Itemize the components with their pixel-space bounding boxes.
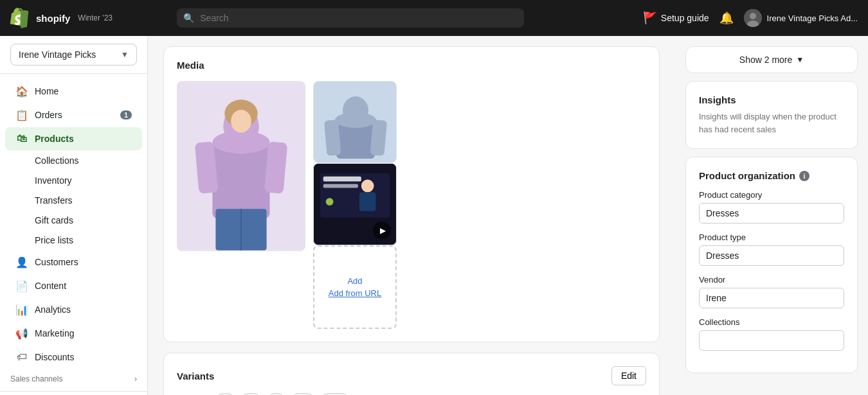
svg-point-17 [335, 112, 376, 128]
store-chevron-icon: ▼ [121, 50, 129, 59]
media-thumb-video[interactable]: ▶ [313, 163, 397, 245]
product-organization-card: Product organization i Product category … [685, 157, 858, 373]
sales-channels-label: Sales channels [10, 374, 62, 383]
search-input[interactable] [177, 8, 524, 28]
sidebar-item-label: Home [35, 86, 59, 96]
logo-area: shopify Winter '23 [10, 8, 113, 28]
notifications-button[interactable]: 🔔 [719, 11, 734, 25]
discounts-icon: 🏷 [15, 351, 28, 364]
sidebar-item-label: Products [35, 134, 74, 144]
search-icon: 🔍 [183, 13, 194, 23]
products-sub-nav: Collections Inventory Transfers Gift car… [0, 151, 147, 250]
season-label: Winter '23 [78, 13, 113, 22]
inventory-label: Inventory [35, 175, 72, 186]
store-selector-area: Irene Vintage Picks ▼ [0, 36, 147, 74]
sidebar-item-collections[interactable]: Collections [5, 151, 142, 170]
topnav: shopify Winter '23 🔍 🚩 Setup guide 🔔 Ire… [0, 0, 868, 36]
avatar [744, 9, 762, 27]
content-icon: 📄 [15, 279, 28, 292]
sidebar-item-discounts[interactable]: 🏷 Discounts [5, 346, 142, 369]
video-play-button[interactable]: ▶ [373, 222, 391, 240]
gift-cards-label: Gift cards [35, 215, 73, 225]
sidebar-item-label: Marketing [35, 328, 74, 338]
sidebar-item-marketing[interactable]: 📢 Marketing [5, 322, 142, 345]
product-category-input[interactable] [699, 203, 844, 224]
vendor-group: Vendor [699, 275, 844, 308]
sidebar-item-gift-cards[interactable]: Gift cards [5, 211, 142, 230]
products-icon: 🛍 [15, 132, 28, 145]
sidebar: Irene Vintage Picks ▼ 🏠 Home 📋 Orders 1 … [0, 36, 148, 395]
store-selector[interactable]: Irene Vintage Picks ▼ [10, 44, 137, 66]
collections-label: Collections [699, 317, 844, 327]
svg-point-6 [212, 131, 269, 154]
org-title-text: Product organization [699, 170, 795, 181]
collections-label: Collections [35, 155, 78, 166]
sidebar-item-orders[interactable]: 📋 Orders 1 [5, 103, 142, 127]
vendor-label: Vendor [699, 275, 844, 285]
setup-guide-label: Setup guide [661, 13, 709, 23]
product-category-label: Product category [699, 190, 844, 200]
media-add-box[interactable]: Add Add from URL [313, 245, 397, 329]
thumbnail-1 [314, 82, 397, 163]
sidebar-item-home[interactable]: 🏠 Home [5, 80, 142, 103]
sidebar-item-label: Content [35, 281, 66, 291]
sidebar-nav: 🏠 Home 📋 Orders 1 🛍 Products Collections [0, 74, 147, 391]
setup-guide-button[interactable]: 🚩 Setup guide [643, 11, 709, 25]
product-type-input[interactable] [699, 245, 844, 266]
sidebar-item-price-lists[interactable]: Price lists [5, 231, 142, 250]
sales-channels-section[interactable]: Sales channels › [0, 369, 147, 386]
collections-input[interactable] [699, 330, 844, 351]
insights-text: Insights will display when the product h… [699, 110, 844, 136]
home-icon: 🏠 [15, 85, 28, 98]
account-name: Irene Vintage Picks Ad... [767, 13, 858, 23]
add-media-button[interactable]: Add [347, 276, 362, 286]
marketing-icon: 📢 [15, 327, 28, 340]
sidebar-item-label: Orders [35, 110, 62, 120]
org-info-icon[interactable]: i [799, 171, 809, 181]
content-area: Media [148, 36, 868, 395]
insights-title: Insights [699, 94, 844, 105]
transfers-label: Transfers [35, 195, 73, 206]
svg-rect-23 [359, 192, 376, 211]
customers-icon: 👤 [15, 256, 28, 268]
show-more-chevron-icon: ▼ [796, 55, 804, 64]
sidebar-item-content[interactable]: 📄 Content [5, 274, 142, 297]
shopify-logo-icon [10, 8, 31, 28]
show-more-button[interactable]: Show 2 more ▼ [685, 46, 858, 73]
sidebar-item-transfers[interactable]: Transfers [5, 191, 142, 210]
sidebar-item-label: Analytics [35, 304, 71, 315]
price-lists-label: Price lists [35, 235, 73, 245]
sidebar-item-label: Customers [35, 257, 78, 267]
variants-edit-button[interactable]: Edit [611, 366, 646, 385]
analytics-icon: 📊 [15, 303, 28, 316]
account-menu[interactable]: Irene Vintage Picks Ad... [744, 9, 858, 27]
media-thumb-1[interactable] [313, 81, 397, 163]
vendor-input[interactable] [699, 288, 844, 308]
orders-badge: 1 [120, 110, 132, 119]
side-panel: Show 2 more ▼ Insights Insights will dis… [675, 36, 868, 395]
orders-icon: 📋 [15, 109, 28, 121]
product-category-group: Product category [699, 190, 844, 224]
variants-title: Variants [177, 371, 214, 382]
main-layout: Irene Vintage Picks ▼ 🏠 Home 📋 Orders 1 … [0, 36, 868, 395]
svg-rect-24 [323, 177, 361, 182]
insights-card: Insights Insights will display when the … [685, 81, 858, 149]
sidebar-item-customers[interactable]: 👤 Customers [5, 250, 142, 274]
sidebar-item-inventory[interactable]: Inventory [5, 171, 142, 190]
svg-point-13 [231, 110, 251, 133]
product-image-main [177, 81, 305, 251]
sidebar-item-products[interactable]: 🛍 Products [5, 127, 142, 150]
add-from-url-button[interactable]: Add from URL [329, 288, 381, 298]
svg-rect-25 [323, 184, 358, 188]
media-item-main[interactable] [177, 81, 305, 251]
topnav-right: 🚩 Setup guide 🔔 Irene Vintage Picks Ad..… [643, 9, 858, 27]
variants-card: Variants Edit ⠿ Size S M L XL XXL [163, 353, 660, 395]
store-name: Irene Vintage Picks [19, 49, 96, 60]
sidebar-item-label: Discounts [35, 352, 74, 362]
svg-point-1 [750, 13, 756, 19]
show-more-label: Show 2 more [739, 55, 792, 65]
play-icon: ▶ [380, 226, 386, 235]
sidebar-item-analytics[interactable]: 📊 Analytics [5, 298, 142, 321]
media-column: ▶ Add Add from URL [313, 81, 397, 329]
product-type-label: Product type [699, 233, 844, 242]
